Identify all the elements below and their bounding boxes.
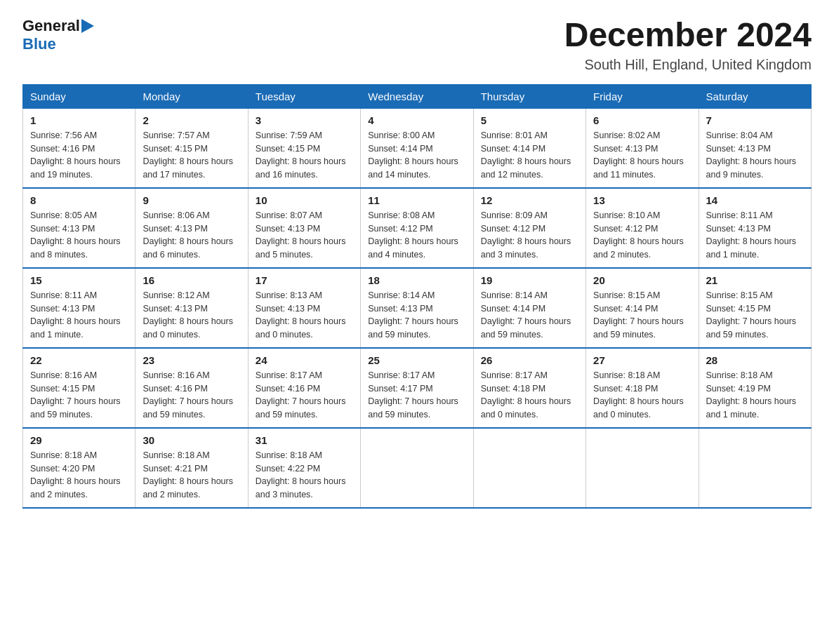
calendar-cell: 6 Sunrise: 8:02 AMSunset: 4:13 PMDayligh…	[586, 108, 699, 188]
day-info: Sunrise: 7:59 AMSunset: 4:15 PMDaylight:…	[256, 130, 346, 180]
day-number: 29	[30, 434, 128, 446]
day-info: Sunrise: 8:15 AMSunset: 4:15 PMDaylight:…	[706, 290, 797, 340]
day-info: Sunrise: 8:18 AMSunset: 4:19 PMDaylight:…	[706, 370, 797, 420]
calendar-cell	[699, 428, 811, 508]
calendar-header-row: Sunday Monday Tuesday Wednesday Thursday…	[23, 84, 812, 108]
calendar-cell: 3 Sunrise: 7:59 AMSunset: 4:15 PMDayligh…	[248, 108, 360, 188]
day-info: Sunrise: 8:18 AMSunset: 4:22 PMDaylight:…	[256, 450, 346, 499]
calendar-cell: 27 Sunrise: 8:18 AMSunset: 4:18 PMDaylig…	[586, 348, 699, 428]
col-tuesday: Tuesday	[248, 84, 360, 108]
day-info: Sunrise: 8:12 AMSunset: 4:13 PMDaylight:…	[143, 290, 233, 340]
calendar-cell	[361, 428, 473, 508]
calendar-cell: 10 Sunrise: 8:07 AMSunset: 4:13 PMDaylig…	[248, 188, 360, 268]
day-info: Sunrise: 8:09 AMSunset: 4:12 PMDaylight:…	[481, 210, 571, 260]
day-info: Sunrise: 8:07 AMSunset: 4:13 PMDaylight:…	[256, 210, 346, 260]
day-number: 4	[368, 114, 465, 126]
calendar-week-row: 29 Sunrise: 8:18 AMSunset: 4:20 PMDaylig…	[23, 428, 812, 508]
day-info: Sunrise: 8:02 AMSunset: 4:13 PMDaylight:…	[593, 130, 684, 180]
day-number: 16	[143, 274, 240, 286]
calendar-cell: 8 Sunrise: 8:05 AMSunset: 4:13 PMDayligh…	[23, 188, 135, 268]
day-info: Sunrise: 8:16 AMSunset: 4:16 PMDaylight:…	[143, 370, 233, 420]
calendar-week-row: 8 Sunrise: 8:05 AMSunset: 4:13 PMDayligh…	[23, 188, 812, 268]
day-number: 5	[481, 114, 578, 126]
calendar-cell: 20 Sunrise: 8:15 AMSunset: 4:14 PMDaylig…	[586, 268, 699, 348]
day-number: 19	[481, 274, 578, 286]
logo: General Blue	[22, 17, 94, 53]
calendar-cell: 16 Sunrise: 8:12 AMSunset: 4:13 PMDaylig…	[135, 268, 248, 348]
title-section: December 2024 South Hill, England, Unite…	[564, 17, 812, 73]
col-monday: Monday	[135, 84, 248, 108]
col-saturday: Saturday	[699, 84, 811, 108]
day-info: Sunrise: 8:05 AMSunset: 4:13 PMDaylight:…	[30, 210, 121, 260]
calendar-cell: 14 Sunrise: 8:11 AMSunset: 4:13 PMDaylig…	[699, 188, 811, 268]
calendar-cell: 23 Sunrise: 8:16 AMSunset: 4:16 PMDaylig…	[135, 348, 248, 428]
day-number: 10	[256, 194, 353, 206]
day-info: Sunrise: 8:17 AMSunset: 4:17 PMDaylight:…	[368, 370, 458, 420]
day-number: 12	[481, 194, 578, 206]
day-number: 21	[706, 274, 804, 286]
day-info: Sunrise: 8:00 AMSunset: 4:14 PMDaylight:…	[368, 130, 458, 180]
day-info: Sunrise: 8:14 AMSunset: 4:13 PMDaylight:…	[368, 290, 458, 340]
calendar-cell: 28 Sunrise: 8:18 AMSunset: 4:19 PMDaylig…	[699, 348, 811, 428]
day-info: Sunrise: 8:11 AMSunset: 4:13 PMDaylight:…	[30, 290, 121, 340]
col-friday: Friday	[586, 84, 699, 108]
calendar-cell: 18 Sunrise: 8:14 AMSunset: 4:13 PMDaylig…	[361, 268, 473, 348]
day-number: 30	[143, 434, 240, 446]
col-wednesday: Wednesday	[361, 84, 473, 108]
calendar-week-row: 22 Sunrise: 8:16 AMSunset: 4:15 PMDaylig…	[23, 348, 812, 428]
day-number: 13	[593, 194, 691, 206]
calendar-cell: 2 Sunrise: 7:57 AMSunset: 4:15 PMDayligh…	[135, 108, 248, 188]
col-sunday: Sunday	[23, 84, 135, 108]
day-number: 15	[30, 274, 128, 286]
calendar-cell: 22 Sunrise: 8:16 AMSunset: 4:15 PMDaylig…	[23, 348, 135, 428]
day-info: Sunrise: 8:08 AMSunset: 4:12 PMDaylight:…	[368, 210, 458, 260]
calendar-cell	[586, 428, 699, 508]
day-number: 7	[706, 114, 804, 126]
logo-blue: Blue	[22, 35, 56, 53]
calendar-cell: 11 Sunrise: 8:08 AMSunset: 4:12 PMDaylig…	[361, 188, 473, 268]
calendar-cell: 21 Sunrise: 8:15 AMSunset: 4:15 PMDaylig…	[699, 268, 811, 348]
day-number: 11	[368, 194, 465, 206]
day-number: 3	[256, 114, 353, 126]
page-header: General Blue December 2024 South Hill, E…	[22, 17, 812, 73]
day-info: Sunrise: 8:14 AMSunset: 4:14 PMDaylight:…	[481, 290, 571, 340]
calendar-cell: 7 Sunrise: 8:04 AMSunset: 4:13 PMDayligh…	[699, 108, 811, 188]
day-info: Sunrise: 8:10 AMSunset: 4:12 PMDaylight:…	[593, 210, 684, 260]
day-info: Sunrise: 8:17 AMSunset: 4:18 PMDaylight:…	[481, 370, 571, 420]
calendar-cell: 12 Sunrise: 8:09 AMSunset: 4:12 PMDaylig…	[473, 188, 585, 268]
calendar-cell: 25 Sunrise: 8:17 AMSunset: 4:17 PMDaylig…	[361, 348, 473, 428]
month-title: December 2024	[564, 17, 812, 54]
day-info: Sunrise: 8:13 AMSunset: 4:13 PMDaylight:…	[256, 290, 346, 340]
day-info: Sunrise: 8:15 AMSunset: 4:14 PMDaylight:…	[593, 290, 684, 340]
day-number: 23	[143, 354, 240, 366]
calendar-week-row: 15 Sunrise: 8:11 AMSunset: 4:13 PMDaylig…	[23, 268, 812, 348]
day-info: Sunrise: 7:57 AMSunset: 4:15 PMDaylight:…	[143, 130, 233, 180]
location: South Hill, England, United Kingdom	[564, 57, 812, 73]
day-number: 26	[481, 354, 578, 366]
day-number: 14	[706, 194, 804, 206]
calendar-cell: 17 Sunrise: 8:13 AMSunset: 4:13 PMDaylig…	[248, 268, 360, 348]
day-number: 8	[30, 194, 128, 206]
day-number: 18	[368, 274, 465, 286]
day-info: Sunrise: 8:18 AMSunset: 4:18 PMDaylight:…	[593, 370, 684, 420]
calendar-cell: 24 Sunrise: 8:17 AMSunset: 4:16 PMDaylig…	[248, 348, 360, 428]
day-number: 2	[143, 114, 240, 126]
calendar-cell: 13 Sunrise: 8:10 AMSunset: 4:12 PMDaylig…	[586, 188, 699, 268]
day-number: 24	[256, 354, 353, 366]
calendar-week-row: 1 Sunrise: 7:56 AMSunset: 4:16 PMDayligh…	[23, 108, 812, 188]
calendar-cell: 9 Sunrise: 8:06 AMSunset: 4:13 PMDayligh…	[135, 188, 248, 268]
day-number: 28	[706, 354, 804, 366]
day-number: 20	[593, 274, 691, 286]
day-number: 6	[593, 114, 691, 126]
day-info: Sunrise: 8:04 AMSunset: 4:13 PMDaylight:…	[706, 130, 797, 180]
calendar-cell	[473, 428, 585, 508]
day-number: 1	[30, 114, 128, 126]
day-number: 9	[143, 194, 240, 206]
day-info: Sunrise: 8:11 AMSunset: 4:13 PMDaylight:…	[706, 210, 797, 260]
calendar-table: Sunday Monday Tuesday Wednesday Thursday…	[22, 84, 812, 509]
calendar-cell: 5 Sunrise: 8:01 AMSunset: 4:14 PMDayligh…	[473, 108, 585, 188]
day-info: Sunrise: 7:56 AMSunset: 4:16 PMDaylight:…	[30, 130, 121, 180]
logo-general: General	[22, 17, 80, 35]
day-number: 31	[256, 434, 353, 446]
day-number: 17	[256, 274, 353, 286]
